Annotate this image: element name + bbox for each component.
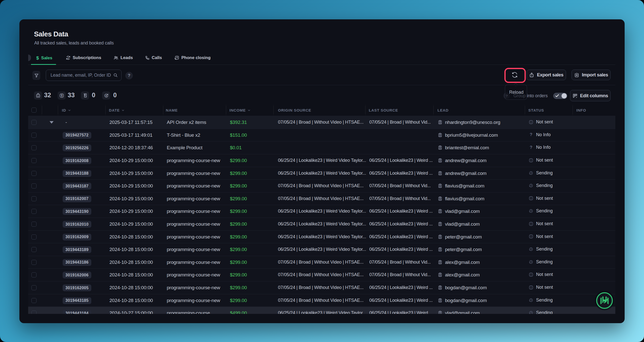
svg-text:$: $ — [61, 94, 62, 97]
svg-text:$: $ — [68, 57, 69, 59]
svg-text:$: $ — [105, 94, 107, 97]
